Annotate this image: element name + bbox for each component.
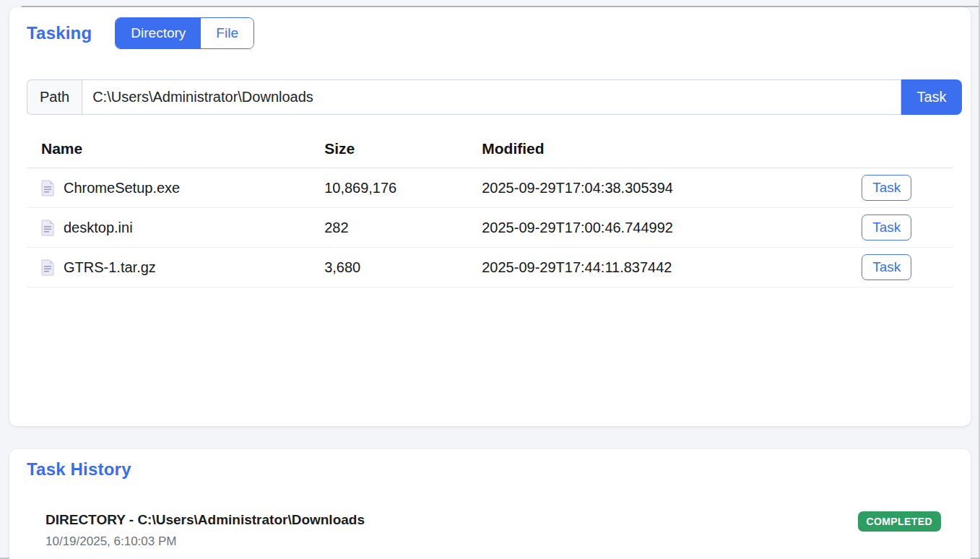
file-row: desktop.ini 282 2025-09-29T17:00:46.7449…: [27, 208, 953, 248]
tasking-panel: Tasking Directory File Path Task Name Si…: [9, 7, 971, 426]
status-badge: COMPLETED: [858, 511, 942, 532]
path-label: Path: [27, 79, 82, 115]
column-header-size: Size: [318, 131, 476, 168]
file-name: ChromeSetup.exe: [64, 180, 180, 196]
document-icon: [41, 220, 54, 236]
file-size: 3,680: [318, 248, 476, 287]
column-header-modified: Modified: [476, 131, 856, 168]
file-modified: 2025-09-29T17:00:46.744992: [476, 208, 856, 248]
file-modified: 2025-09-29T17:44:11.837442: [476, 248, 856, 287]
column-header-action: [856, 131, 953, 168]
file-modified: 2025-09-29T17:04:38.305394: [476, 168, 856, 208]
file-size: 10,869,176: [318, 168, 476, 208]
tasking-panel-header: Tasking Directory File: [27, 17, 254, 49]
task-history-entry[interactable]: DIRECTORY - C:\Users\Administrator\Downl…: [45, 511, 941, 549]
file-name: GTRS-1.tar.gz: [64, 259, 156, 276]
column-header-name: Name: [27, 131, 318, 168]
tasking-title: Tasking: [27, 23, 92, 43]
row-task-button[interactable]: Task: [862, 254, 911, 280]
file-table-header-row: Name Size Modified: [27, 131, 953, 168]
row-task-button[interactable]: Task: [862, 175, 911, 201]
path-input[interactable]: [82, 79, 901, 115]
task-history-entry-title: DIRECTORY - C:\Users\Administrator\Downl…: [45, 511, 365, 529]
file-name: desktop.ini: [64, 220, 133, 236]
mode-toggle-group: Directory File: [115, 17, 254, 49]
document-icon: [41, 180, 54, 196]
task-history-entry-timestamp: 10/19/2025, 6:10:03 PM: [45, 534, 365, 549]
task-history-panel: Task History DIRECTORY - C:\Users\Admini…: [9, 449, 971, 559]
mode-toggle-file[interactable]: File: [201, 18, 253, 48]
mode-toggle-directory[interactable]: Directory: [116, 18, 201, 48]
file-row: ChromeSetup.exe 10,869,176 2025-09-29T17…: [27, 168, 953, 208]
document-icon: [41, 259, 54, 276]
task-history-entry-text: DIRECTORY - C:\Users\Administrator\Downl…: [45, 511, 365, 549]
row-task-button[interactable]: Task: [862, 214, 911, 240]
file-size: 282: [318, 208, 476, 248]
file-table: Name Size Modified: [27, 131, 953, 287]
file-row: GTRS-1.tar.gz 3,680 2025-09-29T17:44:11.…: [27, 248, 953, 287]
task-submit-button[interactable]: Task: [901, 79, 962, 115]
path-input-group: Path Task: [27, 79, 962, 115]
task-history-title: Task History: [27, 459, 131, 480]
